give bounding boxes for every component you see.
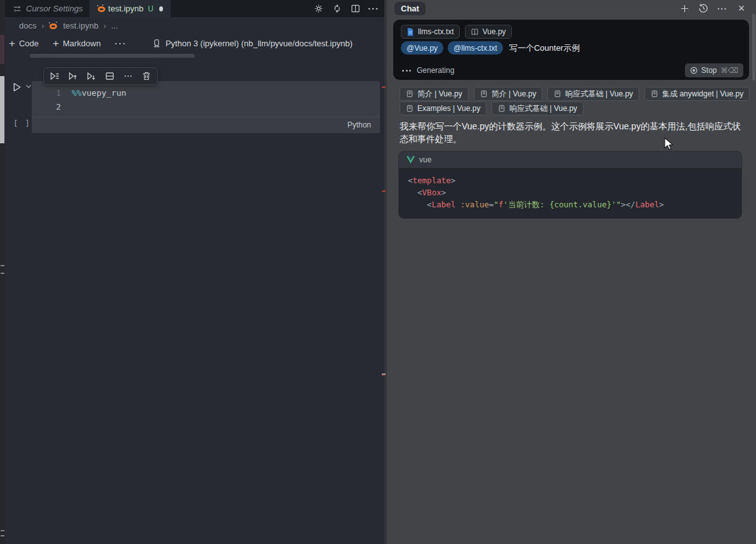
chat-scrollbar[interactable]: [752, 14, 755, 81]
generating-dots-icon: [402, 70, 411, 72]
chat-more-icon[interactable]: ···: [717, 3, 728, 14]
code-line: <template>: [408, 174, 741, 186]
attachment-label: Vue.py: [483, 27, 506, 36]
stop-label: Stop: [701, 66, 717, 75]
answer-line: 态和事件处理。: [400, 133, 745, 146]
mouse-cursor-icon: [662, 137, 674, 152]
code-line: 1 %%vuepy_run: [32, 87, 380, 100]
attachment-row: llms-ctx.txt Vue.py: [401, 25, 512, 39]
line-number: 2: [32, 102, 61, 112]
jupyter-icon: [49, 22, 58, 30]
run-cell-button[interactable]: [11, 82, 22, 93]
add-markdown-label: Markdown: [63, 39, 101, 48]
tab-cursor-settings[interactable]: Cursor Settings: [5, 0, 91, 17]
doc-icon: [480, 90, 488, 98]
plus-icon: +: [9, 38, 15, 49]
add-code-cell-button[interactable]: + Code: [9, 38, 39, 49]
new-chat-icon[interactable]: [679, 3, 690, 14]
breadcrumb-file[interactable]: test.ipynb: [63, 21, 98, 30]
kernel-icon: [152, 39, 161, 48]
git-untracked-badge: U: [148, 4, 153, 13]
user-message: @Vue.py @llms-ctx.txt 写一个Counter示例: [401, 41, 580, 55]
code-block: vue <template> <VBox> <Label :value="f'当…: [398, 151, 742, 219]
tab-label: Cursor Settings: [26, 4, 83, 13]
suggestion-row: 简介 | Vue.py 简介 | Vue.py 响应式基础 | Vue.py 集…: [400, 87, 750, 101]
suggestion-pill[interactable]: 响应式基础 | Vue.py: [492, 101, 583, 115]
cell-language-picker[interactable]: Python: [348, 120, 371, 129]
cell-toolbar: [43, 67, 158, 85]
generation-status-row: Generating Stop ⌘⌫: [402, 63, 743, 77]
execution-count: [ ]: [13, 119, 31, 128]
line-number: 1: [32, 88, 61, 98]
magic-command: %%: [72, 88, 82, 98]
chat-panel: Chat ··· ×: [387, 0, 756, 544]
doc-icon: [498, 105, 505, 112]
suggestion-row: Examples | Vue.py 响应式基础 | Vue.py: [400, 101, 583, 115]
execute-by-line-icon[interactable]: [49, 71, 60, 81]
execute-above-icon[interactable]: [68, 71, 78, 81]
suggestion-pill[interactable]: 响应式基础 | Vue.py: [547, 87, 639, 101]
chat-title: Chat: [401, 4, 419, 13]
notebook-scrollbar[interactable]: [30, 54, 195, 58]
kernel-picker[interactable]: Python 3 (ipykernel) (nb_llm/pyvue/docs/…: [152, 39, 353, 48]
cell-more-actions-icon[interactable]: [123, 71, 133, 81]
more-actions-icon[interactable]: ···: [368, 3, 379, 15]
vue-logo-icon: [407, 156, 415, 164]
history-icon[interactable]: [698, 3, 709, 14]
code-line: 2: [32, 101, 380, 114]
breadcrumb-folder[interactable]: docs: [19, 21, 36, 30]
attachment-pill[interactable]: Vue.py: [465, 25, 512, 39]
stop-record-icon: [690, 67, 698, 74]
chat-tab[interactable]: Chat: [394, 2, 426, 15]
split-editor-icon[interactable]: [349, 3, 361, 15]
code-block-body: <template> <VBox> <Label :value="f'当前计数:…: [399, 169, 741, 218]
unsaved-dot-icon[interactable]: [159, 6, 163, 11]
plus-icon: +: [53, 38, 59, 49]
overview-ruler-marker: [382, 375, 386, 376]
chat-input-box[interactable]: llms-ctx.txt Vue.py @Vue.py @llms-ctx.tx…: [393, 20, 749, 80]
suggestion-pill[interactable]: Examples | Vue.py: [400, 101, 486, 115]
cursor-window: Cursor Settings test.ipynb U: [0, 0, 756, 544]
stop-shortcut: ⌘⌫: [720, 66, 738, 75]
tab-filename: test.ipynb: [108, 4, 144, 13]
suggestion-pill[interactable]: 简介 | Vue.py: [474, 87, 543, 101]
code-line: <Label :value="f'当前计数: {count.value}'"><…: [408, 198, 741, 210]
file-icon: [407, 28, 414, 36]
suggestion-pill[interactable]: 简介 | Vue.py: [400, 87, 469, 101]
suggestion-pill[interactable]: 集成 anywidget | Vue.py: [644, 87, 750, 101]
attachment-pill[interactable]: llms-ctx.txt: [401, 25, 460, 39]
notebook-toolbar: + Code + Markdown ··· Python 3 (ipykerne…: [9, 34, 353, 53]
split-cell-icon[interactable]: [105, 71, 115, 81]
code-line: <VBox>: [408, 186, 741, 198]
answer-line: 我来帮你写一个Vue.py的计数器示例。这个示例将展示Vue.py的基本用法,包…: [400, 120, 745, 133]
kernel-label: Python 3 (ipykernel) (nb_llm/pyvue/docs/…: [166, 39, 353, 48]
mention-pill[interactable]: @Vue.py: [401, 41, 443, 55]
sliders-icon: [13, 4, 22, 13]
toolbar-more-icon[interactable]: ···: [115, 39, 127, 48]
background-window-sliver: [0, 0, 5, 544]
stop-button[interactable]: Stop ⌘⌫: [685, 63, 743, 77]
chat-panel-actions: ··· ×: [679, 0, 747, 16]
notebook-cell[interactable]: 1 %%vuepy_run 2 Python: [32, 81, 380, 133]
attachment-label: llms-ctx.txt: [418, 27, 454, 36]
tab-test-ipynb[interactable]: test.ipynb U: [89, 0, 171, 17]
mention-pill[interactable]: @llms-ctx.txt: [448, 41, 503, 55]
doc-icon: [406, 105, 414, 112]
overview-ruler-marker: [382, 190, 386, 192]
close-icon[interactable]: ×: [736, 3, 747, 14]
run-options-chevron-icon[interactable]: [25, 84, 32, 89]
book-icon: [471, 28, 479, 36]
add-markdown-cell-button[interactable]: + Markdown: [53, 38, 101, 49]
doc-icon: [554, 90, 561, 98]
code-language-label: vue: [419, 155, 431, 164]
code-block-header: vue: [399, 152, 741, 169]
editor-pane: Cursor Settings test.ipynb U: [5, 0, 384, 544]
delete-cell-icon[interactable]: [141, 71, 152, 81]
add-code-label: Code: [19, 39, 39, 48]
sync-changes-icon[interactable]: [331, 3, 342, 15]
execute-below-icon[interactable]: [86, 71, 96, 81]
message-text: 写一个Counter示例: [509, 42, 580, 54]
gear-icon[interactable]: [313, 3, 324, 15]
breadcrumb-ellipsis[interactable]: ...: [111, 21, 118, 30]
breadcrumb-separator: ›: [41, 22, 44, 30]
